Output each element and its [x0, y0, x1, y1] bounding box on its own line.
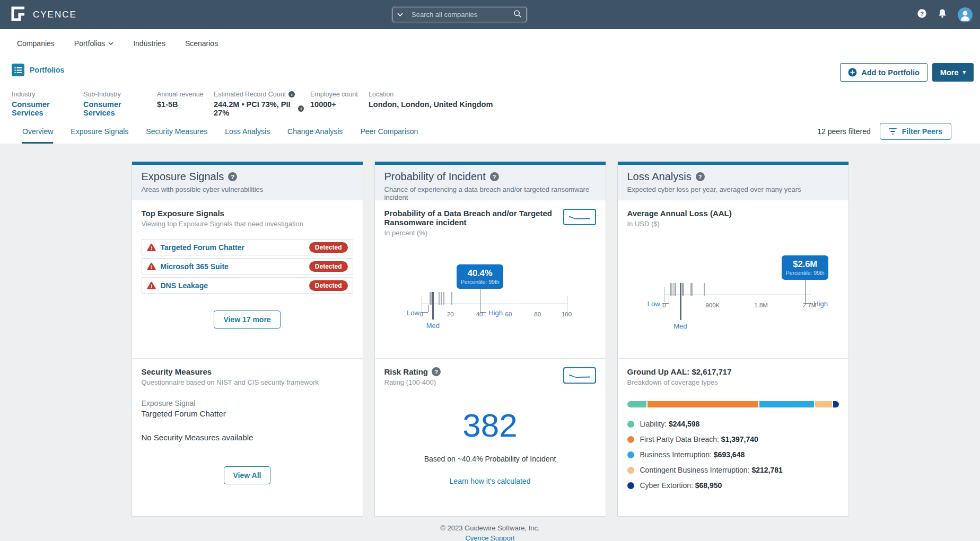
filter-peers-button[interactable]: Filter Peers	[880, 123, 951, 140]
field-sub-industry: Sub-Industry Consumer Services	[83, 91, 157, 117]
field-industry: Industry Consumer Services	[12, 91, 83, 117]
plus-circle-icon	[848, 68, 857, 77]
exposure-signal-value: Targeted Forum Chatter	[142, 409, 353, 418]
primary-nav: Companies Portfolios Industries Scenario…	[0, 29, 980, 58]
risk-rating-basis: Based on ~40.4% Probability of Incident	[384, 455, 596, 463]
cyence-support-link[interactable]: Cyence Support	[0, 534, 980, 541]
info-icon[interactable]: i	[288, 91, 295, 97]
user-avatar[interactable]	[958, 7, 973, 22]
warning-icon	[147, 243, 156, 252]
ground-up-aal-section: Ground Up AAL: $2,617,717 Breakdown of c…	[618, 359, 848, 516]
tab-security-measures[interactable]: Security Measures	[146, 119, 207, 144]
nav-scenarios[interactable]: Scenarios	[185, 39, 218, 48]
notifications-bell-icon[interactable]	[938, 8, 947, 21]
portfolio-list-icon[interactable]	[12, 64, 24, 76]
chart-tooltip: 40.4%Percentile: 99th	[457, 264, 503, 289]
signal-row[interactable]: DNS Leakage Detected	[142, 277, 353, 294]
company-header: Portfolios Add to Portfolio More▾ Indust…	[0, 58, 980, 119]
signal-row[interactable]: Targeted Forum Chatter Detected	[142, 239, 353, 255]
detected-badge: Detected	[309, 242, 348, 253]
help-icon[interactable]: ?	[228, 172, 237, 181]
chevron-down-icon: ▾	[962, 69, 966, 75]
search-icon[interactable]	[513, 10, 522, 20]
loss-analysis-card: Loss Analysis? Expected cyber loss per y…	[617, 162, 849, 517]
tab-peer-comparison[interactable]: Peer Comparison	[360, 119, 418, 144]
signal-link[interactable]: DNS Leakage	[161, 281, 208, 290]
add-to-portfolio-button[interactable]: Add to Portfolio	[840, 63, 928, 82]
topbar-icons: ?	[917, 0, 973, 29]
view-all-button[interactable]: View All	[224, 466, 271, 484]
field-location: Location London, London, United Kingdom	[369, 91, 499, 117]
exposure-signal-label: Exposure Signal	[142, 399, 353, 407]
tab-overview[interactable]: Overview	[22, 119, 53, 144]
search-divider	[407, 10, 407, 19]
tab-loss-analysis[interactable]: Loss Analysis	[225, 119, 270, 144]
brand: CYENCE	[11, 6, 77, 24]
aal-strip-chart: 0900K1.8M2.7MMedLow$2.6MPercentile: 99th…	[627, 231, 840, 337]
section-tabs: Overview Exposure Signals Security Measu…	[0, 119, 980, 144]
help-icon[interactable]: ?	[432, 367, 441, 376]
legend-dot	[627, 421, 634, 428]
bar-segment	[627, 401, 647, 407]
nav-companies[interactable]: Companies	[17, 39, 55, 48]
nav-industries[interactable]: Industries	[133, 39, 165, 48]
help-icon[interactable]: ?	[490, 172, 499, 181]
chart-tooltip: $2.6MPercentile: 99th	[782, 255, 828, 280]
chevron-down-icon	[108, 42, 113, 45]
ground-up-aal-title: Ground Up AAL: $2,617,717	[627, 367, 839, 376]
company-attributes: Industry Consumer Services Sub-Industry …	[12, 91, 980, 117]
security-measures-section: Security Measures Questionnaire based on…	[132, 359, 363, 516]
cyence-app: CYENCE ? Companies Portfolios	[0, 0, 980, 541]
risk-rating-section: Risk Rating? Rating (100-400) 382 Based …	[375, 359, 606, 516]
no-security-measures-text: No Security Measures available	[142, 433, 353, 442]
help-icon[interactable]: ?	[917, 8, 927, 21]
field-employee-count: Employee count 10000+	[310, 91, 369, 117]
field-annual-revenue: Annual revenue $1-5B	[157, 91, 214, 117]
probability-strip-chart: 020406080100MedLow40.4%Percentile: 99thH…	[384, 240, 597, 346]
tab-change-analysis[interactable]: Change Analysis	[287, 119, 343, 144]
help-icon[interactable]: ?	[696, 172, 705, 181]
risk-rating-value: 382	[384, 406, 596, 444]
coverage-stacked-bar	[627, 401, 839, 407]
nav-portfolios[interactable]: Portfolios	[74, 39, 113, 48]
svg-text:?: ?	[920, 11, 924, 17]
bar-segment	[815, 401, 832, 407]
guidewire-logo	[11, 6, 27, 24]
more-button[interactable]: More▾	[932, 63, 974, 82]
detected-badge: Detected	[309, 261, 348, 272]
trend-sparkline-button[interactable]	[563, 209, 596, 225]
warning-icon	[147, 281, 156, 290]
legend-dot	[627, 451, 634, 458]
probability-of-incident-card: Probability of Incident? Chance of exper…	[374, 162, 606, 517]
view-more-signals-button[interactable]: View 17 more	[214, 311, 280, 329]
top-exposure-signals-section: Top Exposure Signals Viewing top Exposur…	[132, 200, 363, 359]
legend-dot	[627, 482, 634, 489]
search-input[interactable]	[412, 11, 513, 19]
global-search[interactable]	[392, 7, 527, 22]
filter-icon	[889, 128, 897, 135]
legend-item: Business Interruption$693,648	[627, 450, 839, 459]
bar-segment	[648, 401, 758, 407]
tab-exposure-signals[interactable]: Exposure Signals	[71, 119, 128, 144]
breadcrumb: Portfolios	[12, 58, 980, 76]
signal-link[interactable]: Microsoft 365 Suite	[161, 262, 229, 271]
sub-industry-link[interactable]: Consumer Services	[83, 100, 151, 117]
overview-content: Exposure Signals? Areas with possible cy…	[0, 144, 980, 541]
warning-icon	[147, 262, 156, 271]
search-scope-chevron-icon[interactable]	[397, 13, 403, 16]
info-icon[interactable]: i	[298, 105, 304, 112]
field-estimated-record-count: Estimated Record Counti 244.2M • PCI 73%…	[214, 91, 310, 117]
signal-link[interactable]: Targeted Forum Chatter	[161, 243, 244, 252]
signal-row[interactable]: Microsoft 365 Suite Detected	[142, 258, 353, 274]
peers-filtered-count: 12 peers filtered	[817, 127, 870, 136]
trend-sparkline-button[interactable]	[563, 367, 596, 384]
learn-how-calculated-link[interactable]: Learn how it's calculated	[384, 477, 596, 485]
legend-item: Cyber Extortion$68,950	[627, 481, 839, 490]
legend-item: First Party Data Breach$1,397,740	[627, 435, 839, 444]
breadcrumb-portfolios-link[interactable]: Portfolios	[30, 66, 64, 74]
industry-link[interactable]: Consumer Services	[12, 100, 77, 117]
probability-chart-section: Probability of a Data Breach and/or Targ…	[375, 200, 606, 359]
legend-item: Liability$244,598	[627, 420, 839, 428]
brand-name: CYENCE	[33, 10, 77, 20]
bar-segment	[833, 401, 838, 407]
